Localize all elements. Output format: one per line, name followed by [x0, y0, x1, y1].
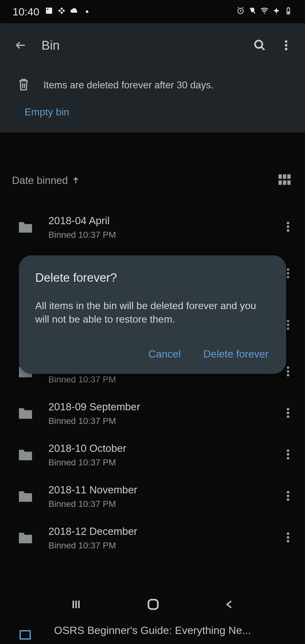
- folder-icon: [18, 490, 33, 503]
- svg-point-38: [287, 536, 289, 539]
- status-bar: 10:40: [0, 0, 305, 23]
- info-banner: Items are deleted forever after 30 days.…: [0, 67, 305, 132]
- system-back-button[interactable]: [225, 599, 235, 611]
- item-subtitle: Binned 10:37 PM: [48, 499, 287, 509]
- diamond-icon: [58, 6, 66, 17]
- dialog-title: Delete forever?: [35, 271, 270, 285]
- svg-point-33: [287, 457, 289, 459]
- item-subtitle: Binned 10:37 PM: [48, 375, 287, 385]
- folder-icon: [18, 407, 33, 420]
- svg-point-9: [285, 48, 287, 50]
- svg-point-34: [287, 491, 289, 493]
- svg-point-37: [287, 532, 289, 535]
- item-title: 2018-12 December: [48, 525, 287, 537]
- list-item[interactable]: 2018-11 November Binned 10:37 PM: [0, 476, 305, 517]
- svg-point-26: [287, 370, 289, 373]
- trash-icon: [18, 78, 30, 92]
- item-more-button[interactable]: [287, 491, 289, 502]
- svg-point-39: [287, 540, 289, 542]
- item-subtitle: Binned 10:37 PM: [48, 416, 287, 426]
- list-item[interactable]: 2018-12 December Binned 10:37 PM: [0, 517, 305, 559]
- arrow-up-icon: [72, 176, 80, 185]
- item-title: 2018-11 November: [48, 484, 287, 496]
- overflow-menu-button[interactable]: [277, 36, 296, 55]
- delete-forever-button[interactable]: Delete forever: [203, 348, 269, 360]
- empty-bin-button[interactable]: Empty bin: [18, 106, 287, 118]
- home-button[interactable]: [147, 598, 159, 612]
- recents-button[interactable]: [70, 599, 82, 611]
- item-title: 2018-09 September: [48, 401, 287, 413]
- svg-rect-14: [283, 180, 286, 185]
- svg-point-17: [287, 225, 289, 228]
- page-title: Bin: [42, 38, 243, 53]
- item-more-button[interactable]: [287, 221, 289, 233]
- item-subtitle: Binned 10:37 PM: [48, 230, 287, 240]
- svg-point-28: [287, 408, 289, 410]
- svg-point-31: [287, 449, 289, 452]
- item-more-button[interactable]: [287, 319, 289, 331]
- svg-point-22: [287, 320, 289, 322]
- cloud-icon: [70, 6, 78, 17]
- item-more-button[interactable]: [287, 268, 289, 280]
- svg-point-23: [287, 324, 289, 326]
- cancel-button[interactable]: Cancel: [148, 348, 181, 360]
- item-title: 2018-10 October: [48, 442, 287, 454]
- sort-button[interactable]: Date binned: [12, 175, 80, 186]
- item-more-button[interactable]: [287, 449, 289, 461]
- battery-icon: [284, 6, 292, 17]
- item-more-button[interactable]: [287, 366, 289, 378]
- list-item[interactable]: 2018-04 April Binned 10:37 PM: [0, 207, 305, 248]
- alarm-icon: [236, 6, 245, 17]
- svg-point-19: [287, 268, 289, 271]
- system-nav-bar: [0, 592, 305, 618]
- grid-view-button[interactable]: [278, 173, 291, 188]
- svg-rect-13: [279, 180, 282, 185]
- confirm-dialog: Delete forever? All items in the bin wil…: [19, 255, 286, 374]
- svg-point-8: [285, 44, 287, 47]
- svg-rect-4: [288, 7, 289, 8]
- svg-point-25: [287, 366, 289, 369]
- svg-point-35: [287, 495, 289, 497]
- list-item[interactable]: 2018-09 September Binned 10:37 PM: [0, 393, 305, 434]
- item-more-button[interactable]: [287, 408, 289, 419]
- svg-point-36: [287, 498, 289, 501]
- svg-rect-15: [287, 180, 291, 185]
- svg-point-7: [285, 40, 287, 43]
- svg-rect-10: [279, 175, 282, 179]
- svg-point-0: [47, 9, 48, 10]
- dot-icon: [86, 10, 88, 13]
- status-time: 10:40: [13, 6, 39, 18]
- mute-icon: [248, 6, 257, 17]
- app-bar: Bin: [0, 23, 305, 67]
- dialog-body: All items in the bin will be deleted for…: [35, 299, 270, 326]
- back-button[interactable]: [11, 36, 30, 55]
- svg-rect-11: [283, 175, 286, 179]
- svg-point-2: [264, 13, 265, 14]
- svg-point-20: [287, 272, 289, 275]
- search-button[interactable]: [250, 36, 269, 55]
- svg-point-29: [287, 412, 289, 414]
- item-subtitle: Binned 10:37 PM: [48, 541, 287, 551]
- airplane-icon: [272, 6, 280, 17]
- sort-label-text: Date binned: [12, 175, 68, 186]
- item-title: 2018-04 April: [48, 215, 287, 227]
- svg-point-32: [287, 453, 289, 456]
- svg-point-16: [287, 222, 289, 224]
- svg-point-6: [255, 41, 262, 48]
- sort-row: Date binned: [0, 132, 305, 207]
- folder-icon: [18, 221, 33, 234]
- svg-rect-5: [288, 11, 289, 13]
- image-icon: [45, 6, 53, 17]
- item-subtitle: Binned 10:37 PM: [48, 458, 287, 468]
- folder-icon: [18, 448, 33, 462]
- wifi-icon: [260, 6, 269, 17]
- banner-message: Items are deleted forever after 30 days.: [43, 80, 214, 91]
- item-more-button[interactable]: [287, 532, 289, 544]
- svg-point-24: [287, 327, 289, 330]
- caption-text: OSRS Beginner's Guide: Everything Ne...: [0, 624, 305, 636]
- svg-point-30: [287, 415, 289, 418]
- svg-rect-12: [287, 175, 291, 179]
- svg-point-21: [287, 276, 289, 278]
- list-item[interactable]: 2018-10 October Binned 10:37 PM: [0, 434, 305, 476]
- svg-point-18: [287, 229, 289, 232]
